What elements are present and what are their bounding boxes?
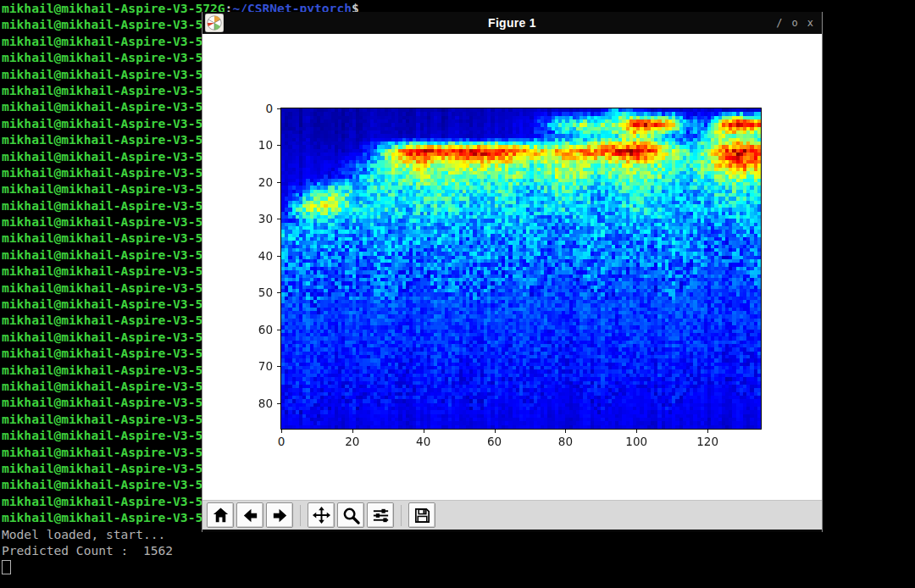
y-tick-label: 60 [244, 323, 273, 336]
terminal-message-predicted-count: Predicted Count : 1562 [2, 542, 915, 558]
window-bottom-edge [202, 530, 822, 532]
x-tick-label: 80 [548, 435, 582, 448]
density-heatmap[interactable] [281, 108, 761, 429]
window-title: Figure 1 [202, 16, 822, 30]
x-tick-label: 40 [407, 435, 441, 448]
y-tick-label: 10 [244, 138, 273, 152]
close-icon[interactable]: x [807, 17, 813, 29]
y-tick-mark [277, 108, 280, 109]
x-tick-label: 100 [619, 435, 653, 448]
save-button[interactable] [408, 502, 435, 528]
y-tick-mark [277, 182, 280, 183]
x-tick-mark [707, 430, 708, 433]
figure-toolbar [202, 500, 822, 530]
back-button[interactable] [236, 502, 263, 528]
window-titlebar[interactable]: Figure 1 / o x [202, 12, 822, 34]
x-tick-label: 120 [690, 435, 724, 448]
x-tick-label: 20 [336, 435, 369, 448]
minimize-icon[interactable]: / [776, 17, 782, 29]
figure-window: Figure 1 / o x 0204060801001200102030405… [202, 12, 823, 532]
figure-canvas: 02040608010012001020304050607080 [202, 34, 822, 500]
pan-button[interactable] [308, 502, 335, 528]
y-tick-mark [277, 366, 280, 367]
y-tick-label: 20 [244, 175, 273, 189]
y-tick-mark [277, 330, 280, 330]
forward-button[interactable] [266, 502, 293, 528]
x-tick-mark [424, 430, 424, 433]
x-tick-label: 0 [264, 435, 298, 448]
x-tick-mark [281, 430, 282, 433]
zoom-button[interactable] [337, 502, 364, 528]
home-button[interactable] [207, 502, 234, 528]
y-tick-label: 0 [244, 102, 273, 115]
x-tick-label: 60 [478, 435, 512, 448]
toolbar-separator [401, 505, 402, 526]
x-tick-mark [352, 430, 353, 433]
y-tick-label: 70 [244, 359, 273, 373]
y-tick-mark [277, 403, 280, 404]
plot-axes [281, 108, 761, 429]
x-tick-mark [636, 430, 637, 433]
y-tick-mark [277, 145, 280, 146]
y-tick-label: 80 [244, 397, 273, 410]
maximize-icon[interactable]: o [792, 17, 798, 29]
x-tick-mark [565, 430, 566, 433]
configure-subplots-button[interactable] [367, 502, 394, 528]
y-tick-label: 30 [244, 212, 273, 225]
y-tick-label: 50 [244, 286, 273, 299]
toolbar-separator [300, 505, 301, 526]
matplotlib-icon [205, 14, 224, 32]
y-tick-mark [277, 292, 280, 293]
terminal-cursor [2, 560, 11, 574]
x-tick-mark [495, 430, 496, 433]
y-tick-mark [277, 219, 280, 219]
y-tick-label: 40 [244, 249, 273, 263]
y-tick-mark [277, 256, 280, 257]
